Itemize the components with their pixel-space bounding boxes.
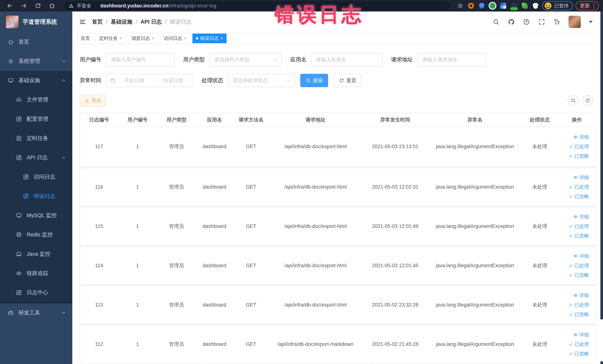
security-label[interactable]: 不安全 — [77, 3, 91, 9]
close-tab-icon[interactable]: × — [184, 36, 187, 41]
detail-link[interactable]: 详细 — [573, 134, 589, 140]
app-logo[interactable]: 🐰 芋道管理系统 — [0, 12, 72, 32]
forward-icon[interactable] — [21, 3, 27, 9]
sidebar-item-label: 首页 — [19, 38, 29, 46]
sidebar-item-mysql-monitor[interactable]: MySQL 监控 — [0, 206, 72, 225]
mark-processed-link[interactable]: 已处理 — [568, 341, 589, 348]
mark-ignored-link[interactable]: 已忽略 — [568, 233, 589, 239]
url-text[interactable]: dashboard.yudao.iocoder.cn/infra/log/api… — [100, 3, 216, 9]
github-icon[interactable] — [508, 18, 515, 25]
table-cell: /api/infra/db-doc/export-html — [269, 223, 362, 229]
detail-link[interactable]: 详细 — [573, 292, 589, 299]
close-tab-icon[interactable]: × — [152, 36, 154, 41]
address-bar[interactable]: 不安全 dashboard.yudao.iocoder.cn/infra/log… — [64, 1, 450, 10]
eye-icon — [573, 214, 578, 219]
check-icon — [568, 263, 573, 268]
extension-paw-icon[interactable] — [533, 3, 538, 9]
fullscreen-icon[interactable] — [538, 18, 545, 25]
reload-icon[interactable] — [35, 3, 41, 9]
profile-paused-chip[interactable]: 😆 已暂停 — [542, 1, 573, 10]
toggle-search-button[interactable] — [568, 95, 579, 106]
sidebar-item-log-center[interactable]: 日志中心 — [0, 283, 72, 302]
request-url-input[interactable] — [417, 53, 486, 66]
tab-label: 访问日志 — [164, 35, 182, 41]
sidebar-item-access-log[interactable]: 访问日志 — [0, 167, 72, 187]
extension-switch-icon[interactable] — [511, 3, 517, 9]
tab-access-log[interactable]: 访问日志× — [160, 34, 190, 43]
tab-home[interactable]: 首页 — [77, 34, 93, 43]
close-tab-icon[interactable]: × — [220, 36, 223, 41]
mark-processed-link[interactable]: 已处理 — [568, 184, 589, 190]
sidebar-item-error-log[interactable]: 错误日志 — [0, 187, 72, 206]
browser-home-icon[interactable] — [49, 3, 55, 9]
sidebar-item-redis-monitor[interactable]: Redis 监控 — [0, 225, 72, 244]
tab-error-log[interactable]: 错误日志× — [192, 34, 227, 43]
sidebar-item-file-manage[interactable]: 文件管理 — [0, 90, 72, 109]
browser-menu-icon[interactable] — [593, 3, 595, 9]
mark-ignored-link[interactable]: 已忽略 — [568, 351, 589, 357]
mark-ignored-link[interactable]: 已忽略 — [568, 272, 589, 278]
detail-link[interactable]: 详细 — [573, 253, 589, 259]
mark-processed-link[interactable]: 已处理 — [568, 262, 589, 269]
paused-label: 已暂停 — [554, 3, 569, 9]
tab-schedule-log[interactable]: 调度日志× — [128, 34, 158, 43]
detail-link[interactable]: 详细 — [573, 331, 589, 338]
reset-button[interactable]: 重置 — [334, 74, 361, 87]
search-button[interactable]: 搜索 — [300, 74, 328, 87]
collapse-menu-icon[interactable] — [79, 18, 86, 26]
chevron-down-icon — [61, 59, 66, 64]
extension-leaf-icon[interactable] — [522, 3, 528, 9]
help-icon[interactable] — [523, 18, 530, 25]
table-cell: 未处理 — [521, 341, 558, 348]
sidebar-item-java-monitor[interactable]: Java 监控 — [0, 244, 72, 264]
detail-link[interactable]: 详细 — [573, 174, 589, 181]
back-icon[interactable] — [7, 3, 13, 9]
page-scrollbar[interactable] — [600, 12, 603, 319]
breadcrumb-infrastructure[interactable]: 基础设施 — [111, 18, 132, 26]
profile-emoji: 😆 — [544, 3, 552, 9]
mark-ignored-link[interactable]: 已忽略 — [568, 153, 589, 159]
user-id-input[interactable] — [106, 53, 175, 66]
sidebar-item-label: 定时任务 — [27, 135, 48, 142]
sidebar-item-api-log[interactable]: API 日志 — [0, 148, 72, 167]
mark-ignored-link[interactable]: 已忽略 — [568, 193, 589, 200]
close-tab-icon[interactable]: × — [120, 36, 122, 41]
column-header: 操作 — [558, 117, 595, 123]
sidebar-item-label: 访问日志 — [34, 173, 55, 181]
breadcrumb-home[interactable]: 首页 — [92, 18, 103, 26]
extension-shield-icon[interactable] — [479, 3, 485, 9]
avatar-caret-icon[interactable] — [589, 21, 593, 23]
user-type-select[interactable]: 请选择用户类型 — [209, 53, 282, 66]
sidebar-item-scheduled-task[interactable]: 定时任务 — [0, 129, 72, 148]
sidebar-item-dev-tools[interactable]: 研发工具 — [0, 303, 72, 322]
sidebar-item-config-manage[interactable]: 配置管理 — [0, 109, 72, 129]
mark-ignored-link[interactable]: 已忽略 — [568, 311, 589, 318]
exception-time-range-picker[interactable]: 开始日期 - 结束日期 — [106, 74, 193, 87]
user-avatar[interactable] — [568, 16, 581, 28]
process-status-placeholder: 请选择处理状态 — [233, 77, 286, 84]
search-icon[interactable] — [493, 18, 499, 25]
export-button[interactable]: 导出 — [80, 94, 106, 106]
table-cell: 1 — [118, 223, 157, 229]
bookmark-star-icon[interactable] — [457, 3, 463, 9]
detail-link[interactable]: 详细 — [573, 214, 589, 220]
extension-orange-icon[interactable] — [468, 3, 474, 9]
sidebar-item-home[interactable]: 首页 — [0, 32, 72, 52]
tab-scheduled-task[interactable]: 定时任务× — [96, 34, 126, 43]
tab-label: 错误日志 — [200, 35, 219, 41]
mark-processed-link[interactable]: 已处理 — [568, 143, 589, 150]
mark-processed-link[interactable]: 已处理 — [568, 302, 589, 308]
extension-grid-icon[interactable] — [500, 3, 506, 9]
process-status-select[interactable]: 请选择处理状态 — [228, 74, 295, 87]
refresh-table-button[interactable] — [582, 95, 593, 106]
breadcrumb-api-log[interactable]: API 日志 — [140, 18, 162, 26]
chrome-update-button[interactable]: 更新 — [576, 1, 599, 10]
mark-processed-link[interactable]: 已处理 — [568, 223, 589, 230]
font-size-icon[interactable] — [553, 18, 560, 25]
sidebar-item-trace[interactable]: 链路追踪 — [0, 264, 72, 283]
table-body: 1171管理员dashboardGET/api/infra/db-doc/exp… — [80, 127, 595, 363]
app-name-input[interactable] — [311, 53, 383, 66]
sidebar-item-infrastructure[interactable]: 基础设施 — [0, 71, 72, 90]
sidebar-item-system-manage[interactable]: 系统管理 — [0, 52, 72, 71]
extension-green-icon[interactable] — [489, 3, 496, 9]
